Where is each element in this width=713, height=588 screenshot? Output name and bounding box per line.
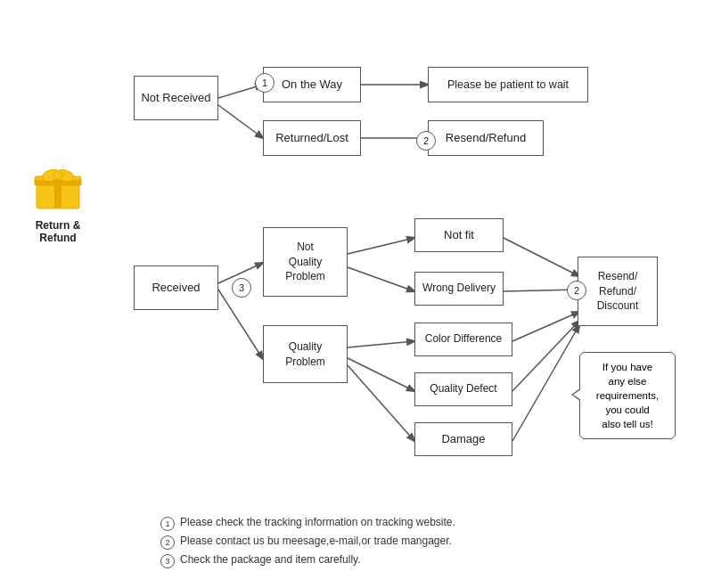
badge-2a: 2 (416, 131, 436, 151)
box-received: Received (134, 265, 218, 310)
svg-line-14 (348, 267, 414, 291)
note-num-2: 2 (160, 535, 175, 550)
svg-line-21 (512, 321, 579, 391)
box-color-difference: Color Difference (414, 323, 512, 356)
box-quality-defect: Quality Defect (414, 372, 512, 406)
note-text-1: Please check the tracking information on… (180, 516, 455, 528)
notes-area: 1 Please check the tracking information … (160, 516, 677, 572)
note-item-2: 2 Please contact us bu meesage,e-mail,or… (160, 535, 677, 550)
badge-2b: 2 (567, 281, 586, 300)
box-returned-lost: Returned/Lost (263, 120, 361, 156)
main-container: Return & Refund (0, 0, 713, 588)
svg-line-13 (348, 238, 414, 254)
svg-line-22 (512, 325, 579, 441)
box-resend-refund-discount: Resend/Refund/Discount (578, 257, 658, 326)
speech-bubble: If you haveany elserequirements,you coul… (579, 352, 676, 439)
flowchart: Not Received On the Way Returned/Lost Pl… (98, 27, 695, 526)
svg-line-16 (348, 358, 414, 391)
box-wrong-delivery: Wrong Delivery (414, 272, 504, 306)
box-not-received: Not Received (134, 76, 218, 120)
box-quality-problem: QualityProblem (263, 325, 348, 383)
svg-line-17 (348, 365, 414, 441)
box-damage: Damage (414, 422, 512, 456)
svg-point-6 (53, 171, 62, 180)
svg-line-18 (504, 238, 579, 276)
note-text-2: Please contact us bu meesage,e-mail,or t… (180, 535, 452, 547)
svg-line-8 (218, 105, 263, 138)
box-not-quality: NotQualityProblem (263, 227, 348, 297)
svg-line-12 (218, 290, 263, 359)
note-num-1: 1 (160, 517, 175, 531)
svg-line-15 (348, 341, 414, 347)
icon-label: Return & Refund (18, 219, 98, 244)
note-num-3: 3 (160, 554, 175, 568)
svg-line-20 (512, 312, 579, 341)
badge-1: 1 (255, 73, 275, 93)
note-text-3: Check the package and item carefully. (180, 553, 361, 566)
box-on-the-way: On the Way (263, 67, 361, 102)
box-please-wait: Please be patient to wait (428, 67, 588, 102)
gift-svg-icon (31, 160, 85, 214)
box-resend-refund1: Resend/Refund (428, 120, 544, 156)
note-item-1: 1 Please check the tracking information … (160, 516, 677, 531)
badge-3: 3 (232, 278, 251, 298)
box-not-fit: Not fit (414, 218, 504, 252)
note-item-3: 3 Check the package and item carefully. (160, 553, 677, 568)
icon-area: Return & Refund (18, 160, 98, 244)
svg-rect-3 (35, 180, 81, 185)
